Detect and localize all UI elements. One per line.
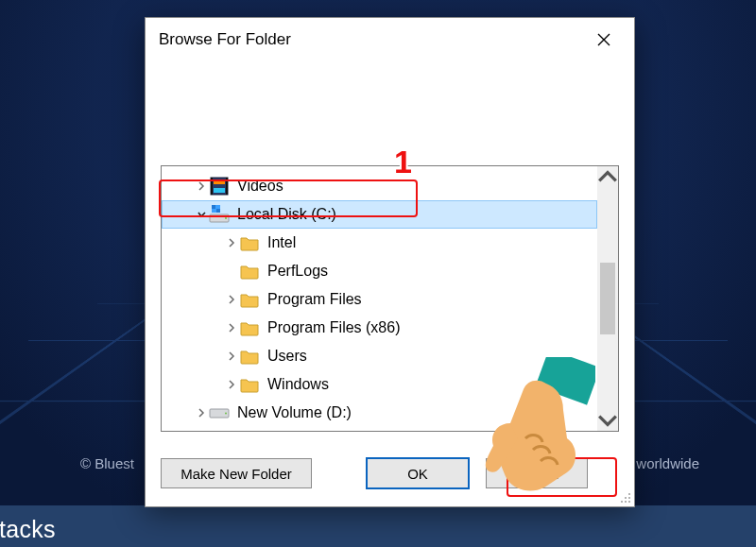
tree-item[interactable]: Videos	[162, 172, 597, 200]
bg-copyright-left: © Bluest	[80, 455, 134, 471]
bg-brand-text: ieStacks	[0, 516, 56, 543]
bg-copyright-right: worldwide	[636, 455, 699, 471]
close-icon	[597, 33, 610, 46]
tree-item[interactable]: Intel	[162, 229, 597, 257]
chevron-right-icon[interactable]	[224, 370, 239, 399]
folder-icon	[239, 289, 260, 310]
scroll-down-button[interactable]	[597, 410, 618, 431]
dialog-button-row: Make New Folder OK Cancel	[161, 457, 619, 489]
expander-placeholder	[224, 257, 239, 285]
chevron-right-icon[interactable]	[224, 229, 239, 257]
tree-item-label: Users	[267, 348, 307, 365]
svg-rect-7	[216, 209, 220, 213]
videos-icon	[209, 176, 230, 197]
folder-tree-viewport[interactable]: VideosLocal Disk (C:)IntelPerfLogsProgra…	[162, 166, 597, 431]
tree-item-label: Program Files (x86)	[267, 319, 400, 336]
bg-footer-bar: ieStacks	[0, 505, 756, 547]
drive-c-icon	[209, 204, 230, 225]
tree-item-label: PerfLogs	[267, 263, 328, 280]
annotation-number-1: 1	[394, 144, 412, 180]
folder-icon	[239, 346, 260, 367]
browse-folder-dialog: Browse For Folder VideosLocal Disk (C:)I…	[145, 17, 635, 507]
resize-grip[interactable]	[617, 489, 632, 504]
tree-item[interactable]: Program Files (x86)	[162, 314, 597, 342]
chevron-up-icon	[597, 166, 618, 187]
tree-item[interactable]: Windows	[162, 370, 597, 399]
tree-item-label: Local Disk (C:)	[237, 206, 336, 223]
svg-point-16	[625, 501, 627, 503]
tree-item-label: Program Files	[267, 291, 362, 308]
tree-item[interactable]: Users	[162, 342, 597, 370]
cancel-button[interactable]: Cancel	[486, 458, 588, 488]
chevron-right-icon[interactable]	[224, 342, 239, 370]
ok-button[interactable]: OK	[367, 458, 469, 488]
folder-icon	[239, 261, 260, 282]
chevron-down-icon[interactable]	[194, 200, 209, 229]
svg-point-12	[628, 493, 630, 495]
svg-rect-3	[211, 178, 213, 195]
chevron-right-icon[interactable]	[194, 172, 209, 200]
svg-point-15	[621, 501, 623, 503]
folder-icon	[239, 232, 260, 253]
tree-item[interactable]: Program Files	[162, 285, 597, 314]
folder-icon	[239, 317, 260, 338]
scroll-up-button[interactable]	[597, 166, 618, 187]
chevron-right-icon[interactable]	[194, 399, 209, 427]
svg-point-13	[625, 497, 627, 499]
drive-icon	[209, 402, 230, 423]
tree-item-label: Windows	[267, 376, 329, 393]
chevron-right-icon[interactable]	[224, 314, 239, 342]
svg-point-14	[628, 497, 630, 499]
annotation-number-2: 2	[538, 423, 556, 460]
tree-item-label: Intel	[267, 234, 296, 251]
svg-rect-2	[214, 188, 225, 193]
chevron-down-icon	[597, 410, 618, 431]
svg-point-11	[225, 413, 227, 415]
svg-rect-6	[212, 205, 215, 209]
svg-rect-4	[226, 178, 228, 195]
svg-point-17	[628, 501, 630, 503]
tree-item[interactable]: Local Disk (C:)	[162, 200, 597, 229]
scrollbar-track[interactable]	[597, 187, 618, 410]
close-button[interactable]	[587, 23, 621, 57]
scrollbar-thumb[interactable]	[600, 263, 615, 334]
tree-item[interactable]: PerfLogs	[162, 257, 597, 285]
tree-item-label: Videos	[237, 178, 284, 195]
dialog-titlebar: Browse For Folder	[146, 18, 634, 61]
resize-grip-icon	[617, 489, 632, 504]
svg-point-9	[225, 217, 227, 219]
vertical-scrollbar[interactable]	[597, 166, 618, 431]
chevron-right-icon[interactable]	[224, 285, 239, 314]
dialog-title: Browse For Folder	[159, 30, 291, 49]
tree-item[interactable]: New Volume (D:)	[162, 399, 597, 427]
folder-tree: VideosLocal Disk (C:)IntelPerfLogsProgra…	[161, 165, 619, 432]
svg-rect-1	[214, 179, 225, 184]
make-new-folder-button[interactable]: Make New Folder	[161, 458, 312, 488]
folder-icon	[239, 374, 260, 395]
tree-item-label: New Volume (D:)	[237, 404, 352, 421]
